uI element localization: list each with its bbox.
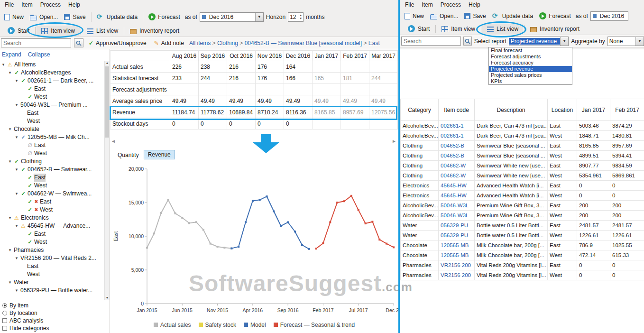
stepper-arrows-icon[interactable]: ▲▼: [298, 14, 303, 20]
report-row[interactable]: Chocolate120565-MBMilk Chocolate bar, 20…: [401, 250, 644, 260]
grid-col-header-mar-2017[interactable]: Mar 2017: [369, 51, 398, 61]
view-tab-start[interactable]: Start: [403, 23, 434, 34]
tree-item-clothing[interactable]: ▾✓Clothing: [0, 157, 104, 166]
save-button[interactable]: Save: [62, 12, 88, 22]
report-row[interactable]: Electronics45645-HWAdvanced Health Watch…: [401, 181, 644, 191]
expander-icon[interactable]: ▾: [8, 125, 12, 133]
expander-icon[interactable]: ▾: [8, 246, 12, 254]
radio-control[interactable]: [2, 311, 7, 315]
grid-col-header-dec-2016[interactable]: Dec 2016: [284, 51, 313, 61]
menu-file[interactable]: File: [401, 0, 418, 9]
tree-item-002661-1-dark-beer[interactable]: ▾✓002661-1 — Dark Beer, ...: [0, 77, 104, 85]
tree-item-east[interactable]: East: [0, 262, 104, 270]
tree-item-all-items[interactable]: ▾⚠All items: [0, 61, 104, 69]
report-row[interactable]: PharmaciesVR2156 200Vital Reds 200g Vita…: [401, 270, 644, 280]
menu-process[interactable]: Process: [37, 0, 64, 9]
report-option-final-forecast[interactable]: Final forecast: [489, 47, 572, 54]
expand-link[interactable]: Expand: [2, 51, 21, 58]
tree-item-pharmacies[interactable]: ▾Pharmacies: [0, 246, 104, 254]
grid-cell[interactable]: [227, 84, 256, 95]
grid-cell[interactable]: 226: [170, 61, 199, 73]
option-hide-categories[interactable]: Hide categories: [2, 324, 110, 332]
tree-item-004662-w-swimwea[interactable]: ▾✓004662-W — Swimwea...: [0, 190, 104, 198]
menu-process[interactable]: Process: [437, 0, 465, 9]
grid-cell[interactable]: 233: [170, 73, 199, 84]
tree-item-east[interactable]: East: [0, 109, 104, 117]
report-option-projected-revenue[interactable]: Projected revenue: [489, 66, 572, 72]
tree-item-alcoholicbeverages[interactable]: ▾✓AlcoholicBeverages: [0, 69, 104, 77]
report-option-forecast-accuracy[interactable]: Forecast accuracy: [489, 60, 572, 66]
checkbox-control[interactable]: [2, 318, 7, 323]
grid-cell[interactable]: [341, 61, 369, 73]
report-col-header-item-code[interactable]: Item code: [439, 99, 475, 121]
menu-item[interactable]: Item: [18, 0, 36, 9]
search-input[interactable]: [1, 38, 71, 47]
grid-col-header-oct-2016[interactable]: Oct 2016: [227, 51, 256, 61]
grid-cell[interactable]: 244: [199, 73, 227, 84]
save-button[interactable]: Save: [462, 11, 488, 21]
grid-cell[interactable]: [284, 84, 313, 95]
menu-item[interactable]: Item: [418, 0, 436, 9]
grid-cell[interactable]: 49.49: [284, 95, 313, 107]
grid-cell[interactable]: 216: [227, 73, 256, 84]
report-row[interactable]: Clothing004662-WSwimwear White new [use.…: [401, 171, 644, 181]
checkbox-control[interactable]: [2, 326, 7, 331]
view-tab-item-view[interactable]: Item view: [437, 24, 480, 34]
grid-cell[interactable]: 49.49: [313, 95, 341, 107]
new-button[interactable]: New: [402, 11, 426, 21]
report-row[interactable]: Chocolate120565-MBMilk Chocolate bar, 20…: [401, 240, 644, 250]
grid-col-header-aug-2016[interactable]: Aug 2016: [170, 51, 199, 61]
breadcrumb-004652-b-swimwear-blue-seasonal-model[interactable]: 004652-B — Swimwear Blue [seasonal model…: [245, 40, 362, 46]
grid-cell[interactable]: 49.49: [227, 95, 256, 107]
scroll-left-icon[interactable]: ◄: [111, 139, 116, 144]
tree-item-west[interactable]: ✓West: [0, 182, 104, 190]
view-tab-inventory-report[interactable]: Inventory report: [125, 26, 184, 36]
breadcrumb-all-items[interactable]: All items: [189, 40, 211, 46]
tree-item-056329-pu-bottle-water[interactable]: ▾056329-PU — Bottle water...: [0, 287, 104, 295]
menu-help[interactable]: Help: [465, 0, 484, 9]
tree-item-east[interactable]: ✓East: [0, 85, 104, 93]
tree-item-electronics[interactable]: ▾⚠Electronics: [0, 214, 104, 222]
option-by-location[interactable]: By location: [2, 309, 110, 317]
forecast-period-select[interactable]: Dec 2016: [590, 11, 628, 21]
tree-item-west[interactable]: ✓West: [0, 93, 104, 101]
tree-item-west[interactable]: West: [0, 117, 104, 125]
report-option-kpis[interactable]: KPIs: [489, 78, 572, 84]
expander-icon[interactable]: ▾: [8, 69, 12, 77]
menu-help[interactable]: Help: [64, 0, 84, 9]
option-by-item[interactable]: By item: [2, 302, 110, 309]
report-row[interactable]: PharmaciesVR2156 200Vital Reds 200g Vita…: [401, 260, 644, 270]
report-select[interactable]: Projected revenue ▼: [509, 37, 569, 46]
forecast-button[interactable]: Forecast: [146, 12, 183, 22]
view-tab-inventory-report[interactable]: Inventory report: [525, 24, 584, 34]
update-data-button[interactable]: ⟳ Update data: [490, 11, 535, 21]
breadcrumb-east[interactable]: East: [368, 40, 380, 46]
grid-cell[interactable]: 176: [256, 73, 284, 84]
expander-icon[interactable]: ▾: [14, 190, 19, 198]
grid-cell[interactable]: [256, 84, 284, 95]
report-option-projected-sales-prices[interactable]: Projected sales prices: [489, 72, 572, 78]
tree-item-chocolate[interactable]: ▾Chocolate: [0, 125, 104, 133]
collapse-link[interactable]: Collapse: [28, 51, 50, 58]
tree-item-vr2156-200-vital-reds-2[interactable]: ▾VR2156 200 — Vital Reds 2...: [0, 254, 104, 262]
report-row[interactable]: Clothing004652-BSwimwear Blue [seasonal …: [401, 151, 644, 161]
grid-cell[interactable]: 216: [227, 61, 256, 73]
scroll-right-icon[interactable]: ►: [392, 139, 396, 144]
option-abc-analysis[interactable]: ABC analysis: [2, 317, 110, 324]
tree-item-east[interactable]: ✓East: [0, 230, 104, 238]
grid-cell[interactable]: 244: [369, 73, 398, 84]
grid-col-header-jan-2017[interactable]: Jan 2017: [313, 51, 341, 61]
tree-item-west[interactable]: ∅West: [0, 149, 104, 157]
expander-icon[interactable]: ▾: [14, 77, 19, 85]
search-input[interactable]: [401, 37, 461, 46]
report-row[interactable]: Water056329-PUBottle water 0.5 Liter Bot…: [401, 221, 644, 231]
search-button[interactable]: [463, 37, 472, 46]
report-row[interactable]: Clothing004662-WSwimwear White new [use.…: [401, 161, 644, 171]
new-button[interactable]: New: [2, 12, 26, 22]
report-row[interactable]: AlcoholicBev...002661-1Dark Beer, Can 47…: [401, 121, 644, 131]
menu-file[interactable]: File: [1, 0, 18, 9]
grid-col-header-sep-2016[interactable]: Sep 2016: [199, 51, 227, 61]
forecast-button[interactable]: Forecast: [537, 11, 573, 21]
grid-cell[interactable]: 49.49: [199, 95, 227, 107]
search-button[interactable]: [74, 38, 83, 47]
